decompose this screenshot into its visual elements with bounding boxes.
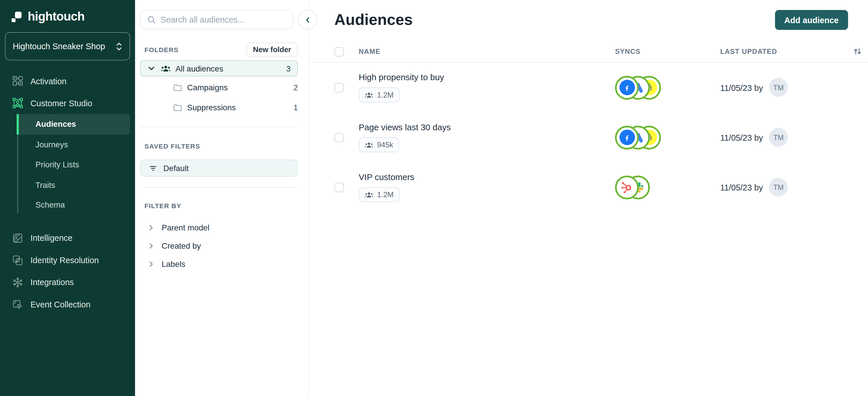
filter-by-parent-model[interactable]: Parent model	[140, 219, 298, 237]
column-header-syncs: SYNCS	[615, 48, 720, 56]
facebook-icon[interactable]	[615, 125, 639, 149]
sidebar-item-customer-studio[interactable]: Customer Studio	[0, 92, 135, 114]
table-header: NAME SYNCS LAST UPDATED	[309, 29, 868, 63]
workspace-selector[interactable]: Hightouch Sneaker Shop	[5, 32, 130, 61]
customer-studio-icon	[12, 97, 23, 109]
filter-by-labels[interactable]: Labels	[140, 255, 298, 273]
table-row[interactable]: VIP customers 1.2M	[309, 162, 868, 212]
active-indicator	[17, 114, 19, 134]
workspace-name: Hightouch Sneaker Shop	[13, 41, 116, 51]
audience-size-badge: 945k	[359, 137, 399, 152]
folder-label: All audiences	[176, 64, 223, 73]
folder-tree: All audiences 3 Campaigns 2 Su	[140, 61, 298, 116]
sidebar-item-label: Schema	[35, 201, 65, 210]
filter-label: Parent model	[162, 223, 210, 232]
audience-name[interactable]: High propensity to buy	[359, 73, 615, 83]
main-content: Audiences Add audience NAME SYNCS LAST U…	[309, 0, 868, 396]
sidebar-item-journeys[interactable]: Journeys	[0, 134, 135, 155]
sidebar-item-label: Priority Lists	[35, 160, 79, 169]
folder-icon	[173, 103, 182, 112]
row-checkbox[interactable]	[335, 132, 344, 142]
search-box	[140, 10, 293, 29]
folder-all-audiences[interactable]: All audiences 3	[140, 61, 298, 77]
hightouch-logo-icon	[11, 11, 22, 22]
folders-section-title: FOLDERS	[144, 46, 179, 54]
chevron-right-icon	[147, 260, 155, 268]
syncs-cell	[615, 125, 720, 149]
table-row[interactable]: Page views last 30 days 945k	[309, 112, 868, 162]
saved-filter-default[interactable]: Default	[140, 159, 298, 177]
divider	[140, 187, 298, 188]
collapse-panel-button[interactable]	[298, 10, 317, 29]
sidebar-item-label: Integrations	[30, 278, 74, 287]
filter-by-created-by[interactable]: Created by	[140, 237, 298, 255]
hubspot-icon[interactable]	[615, 176, 639, 199]
sidebar-item-traits[interactable]: Traits	[0, 175, 135, 195]
audience-size: 1.2M	[377, 91, 394, 99]
search-icon	[147, 15, 156, 25]
sidebar-item-label: Intelligence	[30, 233, 72, 243]
folder-icon	[173, 84, 182, 91]
sidebar-item-intelligence[interactable]: Intelligence	[0, 227, 135, 249]
saved-filter-label: Default	[163, 163, 189, 173]
sidebar-nav: Activation Customer Studio Audi	[0, 70, 135, 315]
row-checkbox[interactable]	[335, 182, 344, 192]
sidebar-item-label: Traits	[35, 180, 55, 189]
sidebar-item-identity-resolution[interactable]: Identity Resolution	[0, 249, 135, 271]
column-header-name: NAME	[359, 48, 615, 56]
sidebar-item-label: Journeys	[35, 140, 68, 149]
identity-resolution-icon	[12, 254, 23, 266]
folder-count: 3	[286, 64, 291, 73]
hightouch-logo: hightouch	[11, 9, 85, 24]
sidebar-item-integrations[interactable]: Integrations	[0, 271, 135, 294]
chevron-down-icon[interactable]	[147, 64, 156, 73]
folder-label: Campaigns	[187, 83, 228, 92]
avatar: TM	[769, 78, 788, 97]
sidebar: hightouch Hightouch Sneaker Shop Ac	[0, 0, 135, 396]
folder-count: 2	[293, 83, 298, 92]
folder-suppressions[interactable]: Suppressions 1	[140, 99, 298, 116]
filter-label: Created by	[162, 241, 201, 250]
sidebar-item-activation[interactable]: Activation	[0, 70, 135, 92]
sidebar-item-label: Activation	[30, 76, 66, 86]
add-audience-button[interactable]: Add audience	[775, 10, 848, 30]
select-all-checkbox[interactable]	[335, 47, 344, 56]
intelligence-icon	[12, 233, 23, 243]
sidebar-item-audiences[interactable]: Audiences	[0, 114, 135, 134]
audience-size-badge: 1.2M	[359, 187, 400, 202]
last-updated-text: 11/05/23 by	[720, 132, 763, 142]
filter-by-section-title: FILTER BY	[144, 202, 181, 210]
audience-size: 1.2M	[377, 190, 394, 199]
folder-campaigns[interactable]: Campaigns 2	[140, 79, 298, 96]
chevron-right-icon	[147, 224, 155, 232]
facebook-icon[interactable]	[615, 75, 639, 99]
audience-list-panel: FOLDERS New folder	[135, 0, 309, 396]
syncs-cell	[615, 176, 720, 199]
audience-name[interactable]: VIP customers	[359, 172, 615, 182]
avatar: TM	[769, 178, 788, 196]
filter-label: Labels	[162, 260, 185, 269]
sidebar-item-schema[interactable]: Schema	[0, 195, 135, 215]
new-folder-button[interactable]: New folder	[246, 42, 298, 57]
folder-label: Suppressions	[187, 103, 236, 112]
audiences-group-icon	[161, 65, 171, 72]
last-updated-text: 11/05/23 by	[720, 182, 763, 192]
audience-name[interactable]: Page views last 30 days	[359, 122, 615, 132]
row-checkbox[interactable]	[335, 83, 344, 92]
chevron-up-down-icon	[116, 41, 122, 52]
customer-studio-subnav: Audiences Journeys Priority Lists Traits…	[0, 114, 135, 215]
chevron-right-icon	[147, 242, 155, 250]
sidebar-item-label: Event Collection	[30, 300, 90, 309]
audience-size: 945k	[377, 141, 393, 149]
sidebar-item-priority-lists[interactable]: Priority Lists	[0, 155, 135, 175]
table-row[interactable]: High propensity to buy 1.2M	[309, 63, 868, 112]
search-input[interactable]	[161, 15, 287, 25]
avatar: TM	[769, 128, 788, 147]
last-updated-text: 11/05/23 by	[720, 83, 763, 92]
sidebar-item-label: Customer Studio	[30, 98, 92, 108]
sidebar-item-event-collection[interactable]: Event Collection	[0, 293, 135, 315]
sort-button[interactable]	[853, 47, 868, 56]
syncs-cell	[615, 75, 720, 99]
divider	[140, 127, 298, 127]
workflow-icon	[12, 75, 23, 86]
